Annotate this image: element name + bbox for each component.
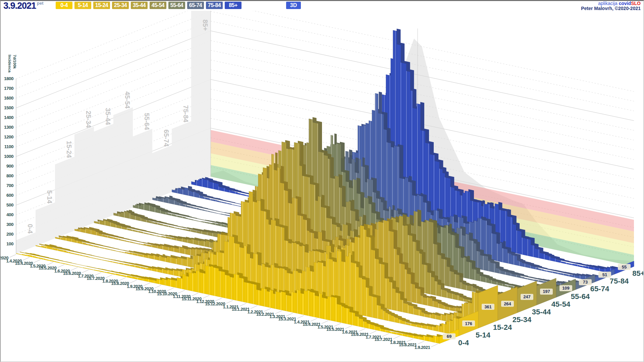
- y-tick-1200: 1200: [4, 134, 13, 139]
- date-tick-1.9.2021: 1.9.2021: [415, 345, 430, 350]
- date-tick-mark: [203, 295, 209, 298]
- y-tick-1700: 1700: [4, 86, 13, 91]
- date-tick-mark: [239, 303, 246, 306]
- age-button-85+[interactable]: 85+: [225, 2, 241, 9]
- date-tick-mark: [297, 315, 304, 318]
- date-tick-mark: [71, 267, 77, 270]
- age-button-55-64[interactable]: 55-64: [168, 2, 185, 9]
- date-tick-mark: [23, 257, 30, 260]
- backwall-age-label-5-14: 5-14: [46, 190, 53, 204]
- age-axis-label-75-84: 75-84: [610, 277, 629, 285]
- date-tick-15.1.2021: 15.1.2021: [232, 307, 250, 312]
- date-tick-mark: [322, 321, 328, 324]
- app-title: aplikacija covidSLO: [581, 1, 641, 6]
- date-tick-mark: [215, 298, 222, 301]
- gridline-back-1700: [16, 11, 211, 88]
- age-button-0-4[interactable]: 0-4: [56, 2, 72, 9]
- backwall-max-bar-0-4: [16, 232, 36, 254]
- y-tick-1100: 1100: [4, 144, 13, 149]
- backwall-max-bar-75-84: [172, 121, 191, 192]
- backwall-age-label-75-84: 75-84: [182, 105, 190, 123]
- date-tick-mark: [119, 278, 126, 281]
- y-tick-100: 100: [6, 241, 13, 246]
- value-label-0-4: 69: [447, 334, 451, 339]
- date-tick-mark: [144, 283, 150, 286]
- value-label-45-54: 197: [543, 289, 550, 294]
- app-title-prefix: aplikacija: [598, 1, 618, 6]
- date-tick-mark: [264, 308, 271, 311]
- date-label: 3.9.2021: [3, 1, 36, 11]
- incidence-3d-chart: 0-45-1415-2425-3435-4445-5455-6465-7475-…: [0, 0, 644, 362]
- date-tick-15.3.2021: 15.3.2021: [278, 316, 296, 321]
- mode-3d-button[interactable]: 3D: [286, 2, 301, 9]
- weekday-label: pet: [37, 1, 44, 6]
- backwall-max-bar-55-64: [133, 129, 152, 207]
- age-axis-label-0-4: 0-4: [458, 339, 469, 347]
- age-button-5-14[interactable]: 5-14: [74, 2, 91, 9]
- app-window: 0-45-1415-2425-3435-4445-5455-6465-7475-…: [0, 0, 644, 362]
- age-axis-label-55-64: 55-64: [571, 292, 590, 301]
- backwall-max-bar-35-44: [94, 124, 113, 223]
- value-label-85+: 55: [622, 264, 627, 269]
- age-button-45-54[interactable]: 45-54: [150, 2, 166, 9]
- date-tick-mark: [382, 334, 389, 337]
- y-tick-200: 200: [6, 232, 13, 237]
- age-button-65-74[interactable]: 65-74: [187, 2, 204, 9]
- backwall-max-bar-15-24: [55, 157, 74, 238]
- date-tick-15.12.2020: 15.12.2020: [205, 301, 225, 306]
- age-axis-label-45-54: 45-54: [551, 300, 571, 308]
- value-label-55-64: 109: [562, 286, 570, 291]
- date-tick-15.8.2021: 15.8.2021: [399, 342, 417, 347]
- gridline-back-1600: [16, 21, 211, 98]
- date-tick-mark: [9, 254, 16, 257]
- date-tick-mark: [393, 336, 400, 339]
- age-axis-label-85+: 85+: [632, 269, 644, 278]
- y-tick-600: 600: [6, 193, 13, 198]
- gridline-back-1400: [16, 41, 211, 118]
- y-tick-1800: 1800: [4, 76, 13, 81]
- gridline-back-1500: [16, 31, 211, 108]
- y-tick-500: 500: [6, 202, 13, 207]
- backwall-max-bar-65-74: [152, 145, 172, 200]
- age-axis-label-15-24: 15-24: [493, 323, 512, 331]
- age-axis-label-25-34: 25-34: [513, 315, 532, 324]
- backwall-age-label-35-44: 35-44: [104, 108, 112, 125]
- date-tick-mark: [178, 290, 185, 293]
- date-tick-mark: [334, 323, 341, 326]
- app-title-slo: SLO: [631, 1, 641, 6]
- date-tick-mark: [192, 293, 198, 296]
- y-tick-800: 800: [6, 173, 13, 178]
- date-tick-mark: [106, 275, 112, 278]
- age-button-25-34[interactable]: 25-34: [112, 2, 129, 9]
- date-tick-mark: [251, 306, 257, 309]
- y-tick-900: 900: [6, 164, 13, 169]
- date-tick-15.8.2020: 15.8.2020: [111, 281, 129, 286]
- y-tick-700: 700: [6, 183, 13, 188]
- date-tick-15.5.2020: 15.5.2020: [39, 265, 57, 270]
- date-tick-mark: [311, 318, 317, 321]
- age-axis-label-5-14: 5-14: [476, 331, 491, 339]
- date-tick-mark: [130, 280, 137, 283]
- date-tick-mark: [82, 270, 89, 273]
- age-button-35-44[interactable]: 35-44: [131, 2, 148, 9]
- date-tick-15.5.2021: 15.5.2021: [326, 327, 344, 332]
- date-tick-mark: [345, 326, 352, 329]
- age-button-75-84[interactable]: 75-84: [206, 2, 223, 9]
- date-tick-mark: [154, 285, 161, 288]
- date-tick-mark: [370, 331, 376, 334]
- date-tick-mark: [167, 288, 174, 291]
- age-filter-buttons: 0-45-1415-2425-3435-4445-5455-6465-7475-…: [56, 2, 241, 9]
- backwall-max-bar-5-14: [36, 202, 55, 246]
- date-tick-mark: [359, 328, 365, 331]
- age-button-15-24[interactable]: 15-24: [93, 2, 110, 9]
- y-tick-1300: 1300: [4, 125, 13, 130]
- date-tick-mark: [431, 344, 438, 347]
- backwall-age-label-15-24: 15-24: [65, 141, 73, 158]
- date-tick-mark: [286, 313, 293, 316]
- y-tick-1000: 1000: [4, 154, 13, 159]
- value-label-75-84: 51: [602, 272, 607, 277]
- author-copyright: Peter Malovrh, ©2020-2021: [581, 6, 641, 11]
- y-tick-400: 400: [6, 212, 13, 217]
- y-tick-1400: 1400: [4, 115, 13, 120]
- date-tick-mark: [57, 264, 64, 267]
